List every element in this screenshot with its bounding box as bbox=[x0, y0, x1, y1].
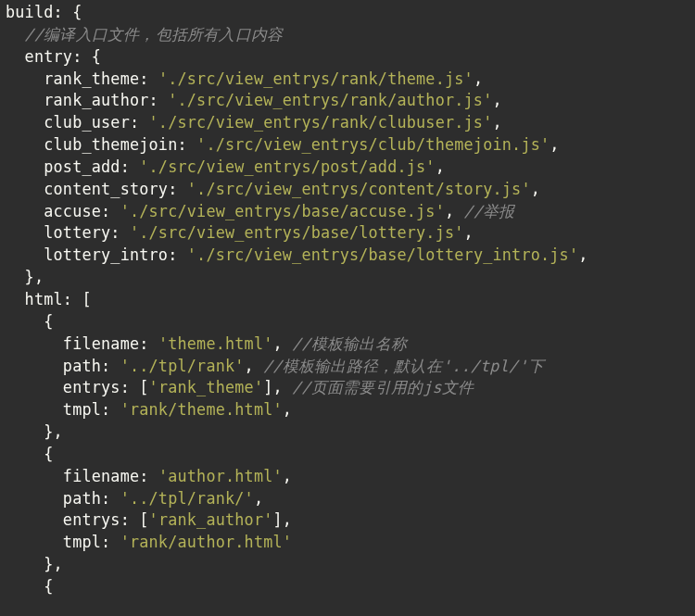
code-string: 'theme.html' bbox=[158, 334, 273, 353]
code-comment: //页面需要引用的js文件 bbox=[292, 378, 474, 396]
code-comment: //编译入口文件，包括所有入口内容 bbox=[25, 25, 284, 44]
code-token: filename bbox=[63, 467, 139, 485]
code-comment: //举报 bbox=[464, 202, 515, 220]
code-token: path bbox=[63, 489, 101, 508]
code-editor-content: build: { //编译入口文件，包括所有入口内容 entry: { rank… bbox=[0, 0, 695, 598]
code-token: filename bbox=[63, 334, 139, 353]
code-token: entry bbox=[25, 47, 73, 66]
code-string: 'rank_author' bbox=[149, 510, 273, 529]
code-token: entrys bbox=[63, 510, 120, 529]
code-string: './src/view_entrys/rank/author.js' bbox=[168, 91, 492, 109]
code-token: lottery bbox=[44, 223, 110, 242]
code-token: accuse bbox=[44, 202, 101, 220]
code-string: './src/view_entrys/base/lottery.js' bbox=[130, 223, 464, 242]
code-string: './src/view_entrys/base/accuse.js' bbox=[120, 202, 445, 220]
code-comment: //模板输出名称 bbox=[292, 334, 407, 353]
code-token: build bbox=[6, 3, 54, 21]
code-token: rank_theme bbox=[44, 69, 139, 88]
code-string: './src/view_entrys/rank/clubuser.js' bbox=[149, 113, 493, 132]
code-token: post_add bbox=[44, 157, 120, 176]
code-string: './src/view_entrys/base/lottery_intro.js… bbox=[187, 245, 578, 264]
code-token: lottery_intro bbox=[44, 245, 168, 264]
code-token: club_user bbox=[44, 113, 130, 132]
code-string: 'rank/author.html' bbox=[120, 533, 292, 551]
code-token: html bbox=[25, 290, 63, 308]
code-token: content_story bbox=[44, 180, 168, 198]
code-token: rank_author bbox=[44, 91, 148, 109]
code-string: 'rank/theme.html' bbox=[120, 400, 283, 419]
code-string: './src/view_entrys/post/add.js' bbox=[139, 157, 435, 176]
code-comment: //模板输出路径，默认在'../tpl/'下 bbox=[263, 357, 544, 375]
code-string: 'rank_theme' bbox=[149, 378, 264, 396]
code-string: './src/view_entrys/content/story.js' bbox=[187, 180, 531, 198]
code-string: './src/view_entrys/club/themejoin.js' bbox=[196, 135, 550, 154]
code-token: tmpl bbox=[63, 533, 101, 551]
code-token: entrys bbox=[63, 378, 120, 396]
code-string: '../tpl/rank/' bbox=[120, 489, 254, 508]
code-string: '../tpl/rank' bbox=[120, 357, 245, 375]
code-string: 'author.html' bbox=[158, 467, 283, 485]
code-string: './src/view_entrys/rank/theme.js' bbox=[158, 69, 474, 88]
code-token: path bbox=[63, 357, 101, 375]
code-token: tmpl bbox=[63, 400, 101, 419]
code-token: club_themejoin bbox=[44, 135, 177, 154]
